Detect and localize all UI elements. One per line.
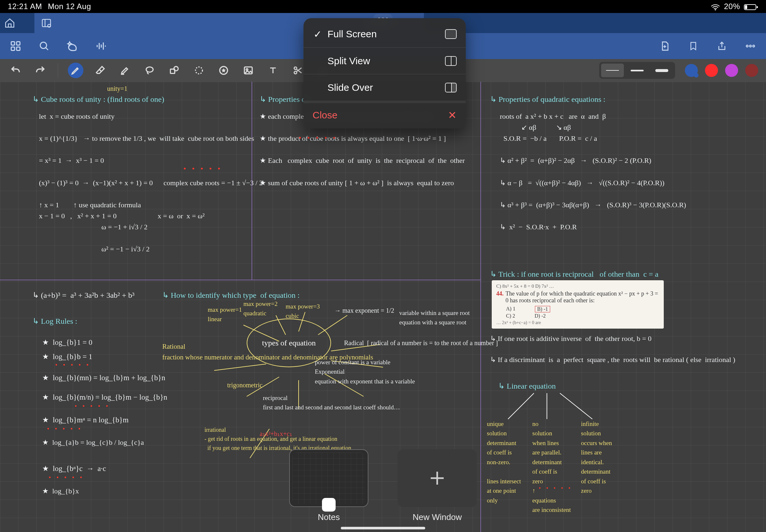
svg-line-21	[99, 69, 102, 72]
switcher-new-window[interactable]: New Window	[398, 449, 477, 522]
embedded-screenshot: C) 8x² + 5x + 8 = 0 D) 7x² … 44. The val…	[492, 280, 664, 329]
slide-over-icon	[445, 83, 457, 92]
popover-item-label: Full Screen	[327, 29, 377, 40]
add-page-button[interactable]	[658, 39, 672, 53]
window-switcher: ✎ Notes New Window	[289, 449, 477, 522]
log-rule: ★ log_{a}b = log_{c}b / log_{c}a	[42, 437, 144, 448]
linear-col: no solution when lines are parallel. det…	[532, 419, 588, 514]
svg-rect-8	[17, 42, 20, 45]
circular-select-tool[interactable]	[191, 63, 207, 78]
mindmap-branch: variable within a square root equation w…	[399, 308, 470, 327]
switcher-label: Notes	[318, 512, 340, 522]
svg-rect-7	[11, 42, 15, 45]
log-rule: ★ log_{b}(mn) = log_{b}m + log_{b}n	[42, 372, 165, 384]
stroke-weight-segmented[interactable]	[599, 62, 675, 79]
switcher-current-window[interactable]: ✎ Notes	[289, 449, 368, 522]
battery-icon	[744, 2, 758, 11]
popover-slide-over[interactable]: Slide Over	[303, 74, 466, 101]
mindmap-branch: max power=2 quadratic	[243, 299, 277, 318]
text-tool[interactable]	[265, 63, 281, 78]
audio-button[interactable]	[94, 39, 108, 53]
note-canvas[interactable]: ↳ Cube roots of unity : (find roots of o…	[0, 82, 766, 532]
note-heading: ↳ Properties of quadratic equations :	[490, 93, 605, 105]
thumbnail-grid-button[interactable]	[8, 39, 23, 53]
weight-thin[interactable]	[601, 64, 624, 77]
status-time: 12:21 AM	[8, 2, 42, 11]
popover-item-label: Split View	[327, 55, 370, 67]
status-date: Mon 12 Aug	[48, 2, 91, 11]
emphasis-dots: • • • • •	[539, 484, 573, 493]
scissors-tool[interactable]	[290, 63, 305, 78]
redo-button[interactable]	[32, 63, 48, 78]
mindmap-branch: power of constant is a variable Exponent…	[315, 357, 412, 386]
status-bar: 12:21 AM Mon 12 Aug 20%	[0, 0, 766, 13]
eraser-tool[interactable]	[92, 63, 108, 78]
pen-tool[interactable]	[68, 63, 83, 78]
emphasis-dots: • • • • •	[75, 401, 110, 411]
note-heading: ↳ Trick : if one root is reciprocal of o…	[490, 268, 659, 280]
color-darkred[interactable]	[745, 64, 758, 77]
linear-col: infinite solution occurs when lines are …	[581, 419, 636, 496]
mindmap-branch: → max exponent = 1/2	[334, 306, 395, 316]
emphasis-dots: • • • • •	[49, 473, 84, 483]
popover-item-label: Slide Over	[327, 82, 373, 93]
section-divider	[480, 280, 481, 532]
mindmap-branch: Radical [ radical of a number is = to th…	[344, 338, 498, 348]
section-divider	[480, 82, 481, 280]
more-button[interactable]	[743, 39, 758, 53]
svg-rect-9	[11, 47, 15, 51]
mindmap-branch: reciprocal first and last and second and…	[263, 393, 354, 412]
note-heading: ↳ Log Rules :	[32, 315, 77, 327]
image-tool[interactable]	[240, 63, 256, 78]
close-icon: ✕	[448, 109, 457, 121]
bookmark-button[interactable]	[686, 39, 700, 53]
note-heading: ↳ Cube roots of unity : (find roots of o…	[32, 93, 164, 105]
checkmark-icon: ✓	[312, 29, 322, 40]
note-heading: ↳ (a+b)³ = a³ + 3a²b + 3ab² + b³	[32, 289, 134, 301]
mindmap-branch: Rational fraction whose numerator and de…	[162, 341, 253, 362]
ai-select-button[interactable]	[66, 39, 80, 53]
weight-thick[interactable]	[651, 64, 673, 77]
note-body: let x = cube roots of unity x = (1)^{1/3…	[39, 111, 247, 255]
svg-point-25	[195, 67, 202, 74]
switcher-label: New Window	[413, 512, 462, 522]
svg-point-0	[715, 9, 716, 10]
lasso-tool[interactable]	[142, 63, 157, 78]
share-button[interactable]	[715, 39, 729, 53]
stamp-tool[interactable]	[216, 63, 231, 78]
battery-percent: 20%	[724, 2, 740, 11]
full-screen-icon	[445, 29, 457, 39]
undo-button[interactable]	[8, 63, 23, 78]
svg-rect-2	[745, 5, 747, 9]
svg-line-12	[46, 48, 48, 50]
mindmap-branch: max power=3 cubic	[286, 302, 320, 321]
emphasis-dots: • • • • •	[47, 424, 82, 434]
highlighter-tool[interactable]	[117, 63, 133, 78]
window-thumbnail[interactable]: ✎	[289, 449, 368, 507]
search-button[interactable]	[37, 39, 51, 53]
emphasis-dots: • • • • •	[183, 163, 222, 175]
color-palette	[685, 64, 758, 77]
emphasis-dots: • • • • •	[298, 132, 337, 144]
home-indicator[interactable]	[341, 527, 425, 529]
note-line: ↳ If one root is additive inverse of the…	[490, 333, 651, 344]
svg-rect-3	[757, 6, 758, 8]
emphasis-dots: • • • • •	[55, 360, 91, 370]
shape-tool[interactable]	[166, 63, 182, 78]
popover-full-screen[interactable]: ✓Full Screen	[303, 21, 466, 47]
note-annotation: a₁x²+b₁x+c₁	[260, 429, 292, 439]
weight-medium[interactable]	[626, 64, 649, 77]
note-heading: ↳ Properties of	[260, 93, 308, 105]
note-annotation: unity=1	[107, 84, 127, 94]
mindmap-branch: max power=1 linear	[208, 305, 242, 324]
new-window-thumbnail[interactable]	[398, 449, 477, 507]
popover-close[interactable]: Close ✕	[303, 101, 466, 127]
multitasking-popover: ✓Full Screen Split View Slide Over Close…	[303, 18, 466, 128]
color-red[interactable]	[705, 64, 718, 77]
color-magenta[interactable]	[725, 64, 738, 77]
svg-rect-10	[17, 47, 20, 51]
color-blue[interactable]	[685, 64, 698, 77]
svg-point-20	[753, 45, 755, 47]
popover-split-view[interactable]: Split View	[303, 47, 466, 74]
log-rule: ★ log_{b}x	[42, 486, 79, 497]
